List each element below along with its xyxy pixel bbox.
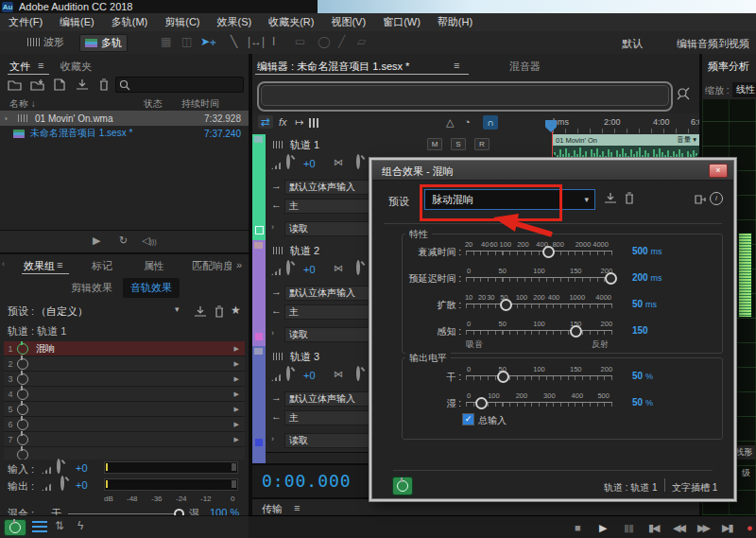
track3-name[interactable]: 轨道 3	[290, 350, 319, 364]
files-panel-menu-icon[interactable]: ≡	[38, 60, 43, 71]
menu-clip[interactable]: 剪辑(C)	[156, 15, 208, 29]
slot-arrow-icon[interactable]: ▶	[234, 345, 239, 353]
track1-mute-button[interactable]: M	[427, 138, 442, 150]
slot-arrow-icon[interactable]: ▶	[234, 421, 239, 428]
perception-slider[interactable]: 感知 : 050100150200 150	[395, 320, 721, 340]
slider-thumb[interactable]	[500, 299, 512, 311]
track2-output-select[interactable]: 主	[284, 304, 377, 320]
dialog-save-preset-icon[interactable]	[604, 192, 617, 205]
rack-master-power-button[interactable]	[4, 519, 26, 536]
effect-slot-3[interactable]: 3▶	[4, 372, 245, 387]
text-tool-icon[interactable]: I	[272, 35, 275, 48]
track3-output-select[interactable]: 主	[284, 410, 377, 425]
track4-color-strip[interactable]	[252, 452, 266, 463]
track1-automation-select[interactable]: 读取	[284, 221, 377, 236]
track1-output-select[interactable]: 主	[284, 199, 377, 214]
column-status[interactable]: 状态	[144, 97, 163, 111]
toggle-clips-icon[interactable]: ⇄	[258, 115, 273, 129]
stop-button[interactable]: ■	[575, 522, 581, 533]
tab-overflow-icon[interactable]: »	[236, 259, 242, 270]
punch-record-icon[interactable]: ◔	[464, 116, 471, 128]
clip-volume-label[interactable]: 音量 ▾	[677, 135, 696, 145]
track3-color-strip[interactable]	[252, 346, 266, 452]
effect-slot-6[interactable]: 6▶	[4, 417, 245, 432]
overview-navigator[interactable]	[257, 81, 673, 112]
slider-thumb[interactable]	[542, 246, 555, 258]
track2-name[interactable]: 轨道 2	[290, 244, 319, 258]
output-gain-knob[interactable]	[60, 476, 64, 491]
menu-edit[interactable]: 编辑(E)	[51, 15, 103, 29]
menu-help[interactable]: 帮助(H)	[429, 15, 481, 29]
track3-pan-knob[interactable]	[356, 366, 360, 381]
tab-editor[interactable]: 编辑器 : 未命名混音项目 1.sesx *	[257, 60, 409, 74]
slot-power-icon[interactable]	[17, 419, 28, 430]
slip-tool-icon[interactable]: |↔|	[248, 35, 265, 48]
panel-collapse-icon[interactable]: ‹	[2, 259, 5, 269]
rack-save-preset-icon[interactable]	[194, 305, 207, 318]
eraser-tool-icon[interactable]: ▱	[357, 35, 366, 48]
clip-effects-button[interactable]: 剪辑效果	[71, 281, 112, 295]
waveform-view-button[interactable]: 波形	[23, 34, 69, 50]
track1-solo-button[interactable]: S	[451, 138, 466, 150]
new-content-icon[interactable]	[53, 78, 65, 91]
pause-button[interactable]: ▮▮	[624, 522, 633, 534]
dialog-routing-icon[interactable]	[694, 193, 707, 206]
metronome-icon[interactable]: △	[446, 116, 454, 129]
slot-arrow-icon[interactable]: ▶	[234, 375, 239, 383]
diffusion-slider[interactable]: 扩散 : 1020305010020040010004000 50 ms	[395, 293, 721, 314]
line-shape-select[interactable]: 线形	[732, 445, 755, 460]
menu-favorites[interactable]: 收藏夹(R)	[260, 15, 322, 29]
track3-volume-knob[interactable]	[286, 366, 290, 381]
track2-select-box[interactable]	[255, 333, 263, 340]
record-button[interactable]: ●	[747, 522, 753, 533]
effect-slot-4[interactable]: 4▶	[4, 387, 245, 402]
slot-power-icon[interactable]	[17, 449, 28, 460]
menu-view[interactable]: 视图(V)	[322, 15, 374, 29]
predelay-slider[interactable]: 预延迟时间 : 050100150200 200 ms	[395, 267, 721, 287]
rack-premix-icon[interactable]: ϟ	[77, 519, 83, 532]
spectral-display-icon[interactable]: ▦	[161, 35, 171, 48]
auto-play-speaker-button[interactable]: ◁)))	[142, 234, 156, 247]
track2-pan-knob[interactable]	[356, 260, 360, 275]
dry-slider[interactable]: 干 : 050100150200 50 %	[395, 365, 721, 386]
track2-input-select[interactable]: 默认立体声输入	[284, 286, 377, 301]
rack-list-view-icon[interactable]	[32, 521, 47, 532]
rack-panel-menu-icon[interactable]: ≡	[57, 259, 62, 270]
input-gain-knob[interactable]	[57, 459, 60, 474]
rack-favorite-star-icon[interactable]: ★	[231, 304, 241, 317]
track2-volume-knob[interactable]	[286, 260, 290, 275]
show-routing-icon[interactable]: ↦	[295, 116, 303, 129]
loop-playback-button[interactable]: ↻	[119, 234, 128, 247]
dialog-info-icon[interactable]: i	[710, 192, 723, 205]
automation-chevron-icon[interactable]: ›	[271, 434, 274, 443]
slot-power-icon[interactable]	[17, 389, 28, 400]
automation-chevron-icon[interactable]: ›	[271, 328, 274, 338]
effect-slot-8[interactable]	[4, 447, 245, 460]
tab-effects-rack[interactable]: 效果组	[24, 259, 55, 273]
effect-slot-1[interactable]: 1 混响 ▶	[4, 341, 245, 356]
fast-forward-button[interactable]: ▶▶	[697, 522, 708, 534]
track2-color-strip[interactable]	[252, 240, 266, 346]
dialog-delete-preset-icon[interactable]	[624, 192, 635, 205]
preview-play-button[interactable]: ▶	[93, 234, 100, 247]
track3-select-box[interactable]	[255, 439, 263, 446]
audio-clip[interactable]: 01 Movin' On 音量 ▾	[553, 134, 699, 161]
razor-tool-icon[interactable]: ╲	[231, 35, 237, 48]
slot-arrow-icon[interactable]: ▶	[234, 390, 239, 398]
slot-arrow-icon[interactable]: ▶	[234, 360, 239, 368]
slot-power-icon[interactable]	[17, 373, 28, 385]
track1-volume-knob[interactable]	[286, 154, 290, 169]
slider-thumb[interactable]	[605, 272, 617, 285]
rewind-button[interactable]: ◀◀	[673, 522, 683, 534]
pitch-display-icon[interactable]: ◫	[181, 35, 192, 48]
menu-multitrack[interactable]: 多轨(M)	[103, 15, 157, 29]
wet-slider[interactable]: 湿 : 0100200300400500 50 %	[395, 391, 721, 412]
slot-power-icon[interactable]	[17, 358, 28, 370]
menu-window[interactable]: 窗口(W)	[374, 15, 429, 29]
transport-panel-tab[interactable]: 传输	[262, 502, 283, 516]
tab-markers[interactable]: 标记	[92, 259, 112, 273]
track1-color-strip[interactable]	[252, 134, 266, 240]
zoom-scale-select[interactable]: 线性	[732, 82, 756, 97]
zoom-navigator-icon[interactable]	[676, 86, 691, 101]
mix-slider[interactable]	[68, 513, 181, 514]
